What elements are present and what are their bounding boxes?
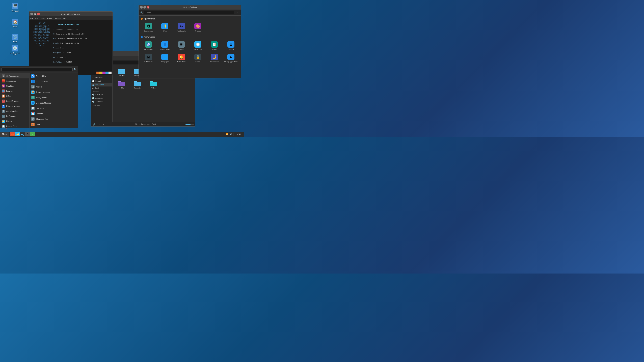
ss-preferences-section: Preferences bbox=[141, 36, 239, 38]
desktop-icon-trash[interactable]: 🗑️ Trash bbox=[9, 33, 21, 43]
computer-icon: 🖥️ bbox=[12, 3, 18, 9]
folder-desktop[interactable]: Desktop bbox=[114, 67, 129, 78]
volume1-sidebar-icon: 💿 bbox=[92, 93, 94, 96]
category-places[interactable]: 📂 Places bbox=[0, 119, 29, 124]
folder-templates[interactable]: Templates bbox=[130, 79, 145, 90]
fm-sidebar-file-system[interactable]: 💾 File System bbox=[91, 83, 112, 86]
ss-item-screensaver[interactable]: 🌙 Screensaver bbox=[206, 52, 222, 64]
app-menu-apps-list: ♿ Accessibility 👤 Account details ⊞ Appl… bbox=[30, 73, 78, 128]
calendar-app-icon: 📅 bbox=[31, 112, 34, 115]
app-item-applets[interactable]: ⊞ Applets bbox=[30, 84, 78, 89]
fm-zoom-slider bbox=[186, 124, 190, 125]
app-item-calculator[interactable]: 🔢 Calculator bbox=[30, 106, 78, 111]
category-universal-access[interactable]: ♿ Universal Access bbox=[0, 104, 29, 109]
ss-item-font-selection[interactable]: Aa Font Selection bbox=[174, 22, 189, 33]
fm-sidebar-downloads[interactable]: ⬇ Downloads bbox=[91, 76, 112, 79]
category-sound-video[interactable]: 🎵 Sound & Video bbox=[0, 98, 29, 104]
volume-icon[interactable]: 🔊 bbox=[229, 133, 232, 136]
terminal-minimize-button[interactable]: ─ bbox=[30, 12, 33, 15]
category-accessories[interactable]: 🧰 Accessories bbox=[0, 78, 29, 83]
fm-sidebar-volume-1[interactable]: 💿 2.2 GB Volu... bbox=[91, 93, 112, 96]
taskbar-app-settings[interactable]: ⚙ bbox=[25, 132, 30, 136]
app-accessibility-label: Accessibility bbox=[36, 75, 46, 77]
terminal-menu-file[interactable]: File bbox=[30, 17, 33, 19]
desktop-icon-install[interactable]: 💿 Install to Hard Drive bbox=[8, 44, 21, 56]
folder-public[interactable]: ⇌ Public bbox=[114, 79, 129, 90]
taskbar-app-terminal[interactable]: ▶_ bbox=[20, 132, 25, 136]
app-item-color[interactable]: 🎨 Color bbox=[30, 122, 78, 127]
ss-item-desktop[interactable]: 🖥 Desktop bbox=[223, 40, 239, 51]
ss-search-clear-button[interactable]: ✕ bbox=[235, 11, 239, 14]
desktop-icon-home[interactable]: 🏠 Home bbox=[9, 18, 21, 28]
category-administration[interactable]: ⚙ Administration bbox=[0, 109, 29, 114]
ss-item-privacy[interactable]: 🔒 Privacy bbox=[190, 52, 206, 64]
network-icon[interactable]: 📶 bbox=[226, 133, 228, 136]
trash-label: Trash bbox=[13, 41, 17, 43]
app-item-archive-manager[interactable]: 📦 Archive Manager bbox=[30, 89, 78, 95]
ss-item-effects[interactable]: ✨ Effects bbox=[157, 22, 172, 33]
category-recent-files[interactable]: 🕐 Recent Files bbox=[0, 124, 29, 128]
screensaver-settings-icon: 🌙 bbox=[211, 54, 218, 60]
internet-icon: 🌐 bbox=[2, 89, 5, 92]
ss-item-account-details[interactable]: 👤 Account details bbox=[157, 40, 172, 51]
system-settings-maximize-button[interactable]: □ bbox=[144, 6, 146, 8]
app-item-backgrounds[interactable]: 🖼 Backgrounds bbox=[30, 95, 78, 100]
desktop-settings-icon: 🖥 bbox=[228, 41, 234, 48]
terminal-menu-search[interactable]: Search bbox=[46, 17, 52, 19]
ss-backgrounds-label: Backgrounds bbox=[144, 30, 153, 32]
terminal-menu-view[interactable]: View bbox=[40, 17, 44, 19]
terminal-maximize-button[interactable]: □ bbox=[34, 12, 36, 15]
category-graphics[interactable]: 🎨 Graphics bbox=[0, 83, 29, 88]
themes-settings-icon: 🎨 bbox=[194, 23, 202, 29]
ss-item-notifications[interactable]: 🔔 Notifications bbox=[174, 52, 189, 64]
folder-videos-icon bbox=[150, 80, 158, 86]
app-item-account-details[interactable]: 👤 Account details bbox=[30, 79, 78, 84]
app-calculator-label: Calculator bbox=[36, 107, 44, 109]
ss-accessibility-label: Accessibility bbox=[144, 48, 152, 50]
app-item-character-map[interactable]: Ω Character Map bbox=[30, 116, 78, 122]
fm-status-icon-1[interactable]: 🔗 bbox=[92, 122, 96, 126]
category-office[interactable]: 📄 Office bbox=[0, 93, 29, 98]
app-item-bluetooth-manager[interactable]: 🔵 Bluetooth Manager bbox=[30, 100, 78, 106]
fm-status-icon-2[interactable]: 1c bbox=[97, 122, 100, 126]
system-settings-search-input[interactable] bbox=[144, 11, 234, 14]
fm-sidebar-trash[interactable]: 🗑 Trash bbox=[91, 86, 112, 90]
ss-item-themes[interactable]: 🎨 Themes bbox=[190, 22, 206, 33]
terminal-menu-help[interactable]: Help bbox=[64, 17, 67, 19]
ss-item-backgrounds[interactable]: 🖼 Backgrounds bbox=[141, 22, 156, 33]
category-internet[interactable]: 🌐 Internet bbox=[0, 88, 29, 93]
ss-item-hot-corners[interactable]: ◱ Hot Corners bbox=[141, 52, 156, 64]
ss-item-applets[interactable]: ⊞ Applets bbox=[174, 40, 189, 51]
folder-videos[interactable]: Videos bbox=[146, 79, 161, 90]
fm-status-icon-3[interactable]: ⊞ bbox=[102, 122, 105, 126]
desktop-icon-computer[interactable]: 🖥️ Computer bbox=[9, 2, 21, 12]
app-menu-search-input[interactable] bbox=[2, 67, 72, 71]
system-settings-minimize-button[interactable]: ─ bbox=[140, 6, 143, 8]
system-settings-close-button[interactable]: ✕ bbox=[147, 6, 150, 8]
folder-templates-label: Templates bbox=[134, 87, 142, 89]
ss-applets-label: Applets bbox=[179, 48, 184, 50]
fm-sidebar-anaconda-1[interactable]: 💿 Anaconda bbox=[91, 96, 112, 100]
ss-item-startup-apps[interactable]: ▶ Startup Applications bbox=[223, 52, 239, 64]
ss-item-accessibility[interactable]: ♿ Accessibility bbox=[141, 40, 156, 51]
taskbar-menu-button[interactable]: Menu bbox=[0, 132, 10, 137]
category-all-applications[interactable]: ⊞ All Applications bbox=[0, 73, 29, 78]
ss-item-languages[interactable]: 🌐 Languages bbox=[157, 52, 172, 64]
preferences-icon: 🔧 bbox=[2, 115, 5, 118]
ss-item-date-time[interactable]: 🕐 Date & Time bbox=[190, 40, 206, 51]
app-item-calendar[interactable]: 📅 Calendar bbox=[30, 111, 78, 116]
fm-sidebar-anaconda-2[interactable]: 💿 Anaconda bbox=[91, 100, 112, 103]
taskbar-app-update-manager[interactable]: ↑ bbox=[30, 132, 35, 136]
app-item-color-profile-viewer[interactable]: 🌈 Color Profile Viewer bbox=[30, 127, 78, 128]
ss-item-desklets[interactable]: 📋 Desklets bbox=[206, 40, 222, 51]
terminal-close-button[interactable]: ✕ bbox=[37, 12, 40, 15]
terminal-menu-terminal[interactable]: Terminal bbox=[54, 17, 62, 19]
app-backgrounds-label: Backgrounds bbox=[36, 96, 46, 98]
taskbar-app-files[interactable]: 📁 bbox=[15, 132, 20, 136]
terminal-menu-edit[interactable]: Edit bbox=[36, 17, 38, 19]
app-item-accessibility[interactable]: ♿ Accessibility bbox=[30, 73, 78, 79]
fm-sidebar-recent[interactable]: 🕐 Recent bbox=[91, 79, 112, 83]
category-preferences[interactable]: 🔧 Preferences bbox=[0, 114, 29, 119]
taskbar-app-firefox[interactable]: 🦊 bbox=[10, 132, 15, 136]
fm-sidebar-anaconda1-label: Anaconda bbox=[96, 97, 103, 99]
